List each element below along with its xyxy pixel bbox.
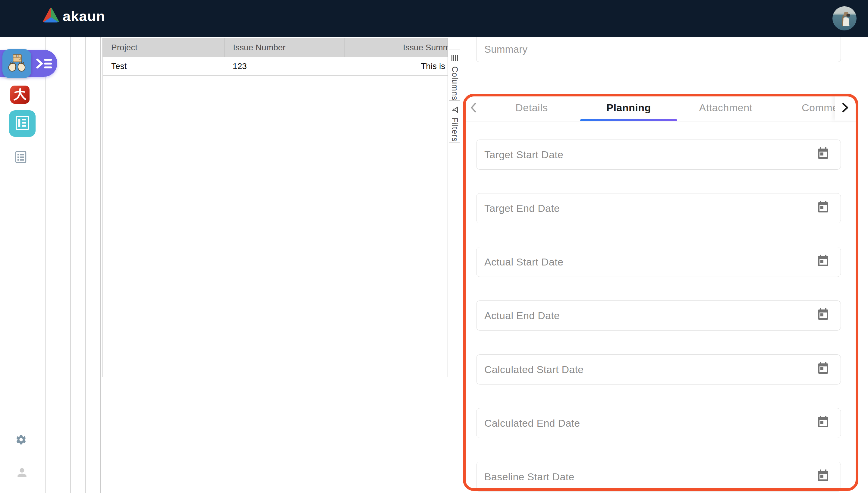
- field-label: Target Start Date: [484, 149, 563, 160]
- tab-attachment[interactable]: Attachment: [699, 94, 753, 121]
- field-target-start-date[interactable]: Target Start Date: [476, 140, 841, 170]
- tab-scroll-left-button[interactable]: [470, 102, 477, 114]
- hands-box-icon: [7, 53, 27, 74]
- field-label: Actual Start Date: [484, 256, 563, 268]
- gear-icon: [15, 434, 27, 447]
- field-calculated-start-date[interactable]: Calculated Start Date: [476, 355, 841, 385]
- field-calculated-end-date[interactable]: Calculated End Date: [476, 408, 841, 438]
- field-baseline-start-date[interactable]: Baseline Start Date: [476, 462, 841, 492]
- field-actual-start-date[interactable]: Actual Start Date: [476, 247, 841, 277]
- app-logo[interactable]: akaun: [42, 7, 105, 25]
- sidebar: [0, 37, 46, 493]
- tab-scroll-right-button[interactable]: [835, 94, 855, 121]
- form-list-outline-icon: [15, 151, 26, 165]
- issues-table: Project Issue Number Issue Summa Test 12…: [103, 38, 448, 377]
- drawer-right-border: [857, 37, 857, 493]
- tab-comments[interactable]: Comme: [802, 94, 839, 121]
- sidebar-item-dai[interactable]: [10, 86, 29, 104]
- side-tab-filters-label: Filters: [450, 117, 459, 142]
- calendar-icon[interactable]: [818, 470, 828, 484]
- sidebar-item-forms-active[interactable]: [9, 110, 36, 137]
- chevron-right-icon: [841, 103, 849, 113]
- sidebar-item-settings[interactable]: [15, 434, 27, 447]
- field-label: Target End Date: [484, 202, 560, 214]
- field-target-end-date[interactable]: Target End Date: [476, 193, 841, 223]
- table-row[interactable]: Test 123 This is t: [103, 57, 448, 76]
- top-bar: akaun: [0, 0, 868, 37]
- column-header-issue-summary[interactable]: Issue Summa: [345, 38, 448, 57]
- side-tab-columns[interactable]: Columns: [449, 49, 460, 100]
- side-tab-filters[interactable]: Filters: [449, 100, 460, 143]
- app-window: akaun: [0, 0, 868, 493]
- field-label: Actual End Date: [484, 310, 560, 322]
- active-tab-underline: [580, 119, 677, 121]
- triangle-logo-icon: [42, 7, 60, 25]
- chevron-left-icon: [470, 102, 477, 113]
- calendar-icon[interactable]: [818, 416, 828, 430]
- sidebar-item-forms[interactable]: [15, 151, 26, 165]
- field-actual-end-date[interactable]: Actual End Date: [476, 300, 841, 330]
- indent-icon: [36, 57, 53, 71]
- calendar-icon[interactable]: [818, 362, 828, 377]
- dai-character-icon: [13, 87, 27, 102]
- filter-funnel-icon: [450, 106, 459, 113]
- calendar-icon[interactable]: [818, 308, 828, 323]
- summary-label: Summary: [484, 44, 527, 55]
- tab-planning[interactable]: Planning: [606, 94, 651, 121]
- content-panel-border: [100, 37, 101, 493]
- cell-project[interactable]: Test: [103, 62, 224, 71]
- field-label: Baseline Start Date: [484, 471, 574, 483]
- calendar-icon[interactable]: [818, 255, 828, 269]
- user-avatar[interactable]: [832, 6, 856, 30]
- tab-details[interactable]: Details: [515, 94, 548, 121]
- panel-divider: [85, 37, 86, 493]
- form-list-icon: [15, 115, 29, 132]
- cell-issue-summary[interactable]: This is t: [345, 62, 448, 71]
- person-icon: [15, 466, 29, 480]
- sidebar-item-profile[interactable]: [15, 466, 29, 480]
- drawer-tab-bar: Details Planning Attachment Comme: [466, 94, 856, 121]
- calendar-icon[interactable]: [818, 201, 828, 215]
- sidebar-item-inventory[interactable]: [2, 49, 31, 78]
- brand-text: akaun: [63, 9, 105, 23]
- summary-field[interactable]: Summary: [476, 37, 841, 62]
- panel-divider: [70, 37, 71, 493]
- column-header-project[interactable]: Project: [103, 43, 224, 52]
- table-empty-area: [103, 76, 448, 377]
- field-label: Calculated Start Date: [484, 364, 584, 376]
- table-header-row: Project Issue Number Issue Summa: [103, 38, 448, 57]
- column-header-issue-number[interactable]: Issue Number: [224, 38, 345, 57]
- field-label: Calculated End Date: [484, 417, 580, 429]
- reorder-icon: [451, 54, 458, 63]
- calendar-icon[interactable]: [818, 147, 828, 162]
- side-tab-columns-label: Columns: [450, 66, 459, 101]
- cell-issue-number[interactable]: 123: [224, 62, 345, 71]
